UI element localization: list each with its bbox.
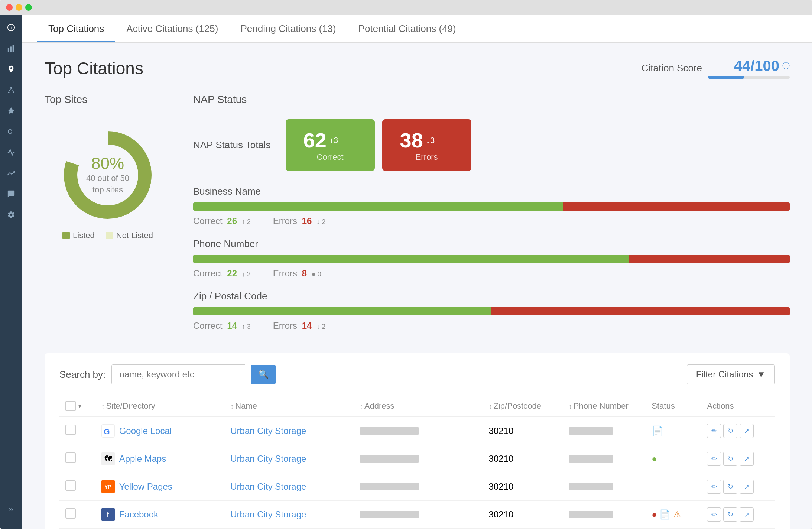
- tab-potential-citations[interactable]: Potential Citations (49): [347, 15, 467, 42]
- address-bar-apple: [360, 455, 419, 463]
- nap-bar-title-business: Business Name: [193, 186, 790, 197]
- row-checkbox-2[interactable]: [65, 452, 76, 463]
- minimize-btn[interactable]: [16, 4, 22, 11]
- action-btns-2: ✏ ↻ ↗: [707, 452, 769, 466]
- donut-chart-container: 80% 40 out of 50 top sites Listed: [45, 119, 171, 248]
- nap-bar-track-phone: [193, 255, 790, 263]
- nap-totals: NAP Status Totals 62 ↓3 Correct 38: [193, 119, 790, 171]
- refresh-btn-2[interactable]: ↻: [723, 452, 737, 466]
- td-actions-4: ✏ ↻ ↗: [701, 501, 775, 529]
- status-icon-google: 📄: [652, 425, 663, 436]
- status-icon-apple: ●: [652, 454, 657, 464]
- filter-dropdown-arrow: ▼: [757, 369, 766, 380]
- edit-btn-2[interactable]: ✏: [707, 452, 721, 466]
- share-btn-2[interactable]: ↗: [740, 452, 754, 466]
- share-btn-4[interactable]: ↗: [740, 507, 754, 522]
- sidebar-item-activity[interactable]: [6, 147, 16, 158]
- donut-center-text: 80% 40 out of 50 top sites: [86, 154, 129, 196]
- svg-rect-3: [10, 46, 12, 52]
- action-btns-4: ✏ ↻ ↗: [707, 507, 769, 522]
- nap-bar-track-business: [193, 202, 790, 211]
- status-red-fb: ●: [652, 509, 657, 519]
- action-btns-1: ✏ ↻ ↗: [707, 424, 769, 438]
- row-checkbox-1[interactable]: [65, 425, 76, 435]
- sidebar-item-trending[interactable]: [6, 168, 16, 178]
- td-zip-3: 30210: [483, 473, 563, 501]
- filter-citations-button[interactable]: Filter Citations ▼: [687, 364, 775, 384]
- th-address: ↕Address: [354, 396, 483, 417]
- sidebar-item-chat[interactable]: [6, 189, 16, 199]
- sidebar-item-network[interactable]: [6, 85, 16, 95]
- nap-stat-correct-phone: Correct 22 ↓ 2: [193, 268, 251, 279]
- listing-name-google[interactable]: Urban City Storage: [230, 426, 306, 436]
- search-left: Search by: 🔍: [59, 364, 276, 384]
- site-name-google[interactable]: Google Local: [119, 426, 172, 436]
- edit-btn-3[interactable]: ✏: [707, 480, 721, 494]
- close-btn[interactable]: [6, 4, 13, 11]
- td-site-4: f Facebook: [95, 501, 225, 529]
- td-actions-2: ✏ ↻ ↗: [701, 445, 775, 473]
- header-checkbox-dropdown[interactable]: ▼: [77, 403, 82, 409]
- refresh-btn-4[interactable]: ↻: [723, 507, 737, 522]
- row-checkbox-3[interactable]: [65, 480, 76, 491]
- apple-maps-icon: 🗺: [101, 452, 115, 465]
- table-row: YP Yellow Pages Urban City Storage 30210: [59, 473, 775, 501]
- td-checkbox-1: [59, 417, 95, 445]
- search-input[interactable]: [111, 364, 245, 384]
- th-actions: Actions: [701, 396, 775, 417]
- share-btn-1[interactable]: ↗: [740, 424, 754, 438]
- td-phone-2: [563, 445, 646, 473]
- nap-bar-title-phone: Phone Number: [193, 238, 790, 250]
- citation-score-info-icon: ⓘ: [782, 61, 790, 71]
- td-phone-4: [563, 501, 646, 529]
- citation-score-label: Citation Score: [642, 62, 702, 74]
- edit-btn-1[interactable]: ✏: [707, 424, 721, 438]
- search-button[interactable]: 🔍: [251, 365, 276, 384]
- td-name-2: Urban City Storage: [224, 445, 354, 473]
- tab-top-citations[interactable]: Top Citations: [37, 15, 115, 42]
- maximize-btn[interactable]: [25, 4, 32, 11]
- nap-bar-phone: Phone Number Correct 22 ↓ 2 Errors 8 ● 0: [193, 238, 790, 279]
- sidebar-collapse-btn[interactable]: [8, 506, 14, 522]
- sidebar-item-location[interactable]: [6, 64, 16, 74]
- tab-pending-citations[interactable]: Pending Citations (13): [229, 15, 347, 42]
- share-btn-3[interactable]: ↗: [740, 480, 754, 494]
- sidebar-item-chart[interactable]: [6, 43, 16, 53]
- tab-active-citations[interactable]: Active Citations (125): [115, 15, 229, 42]
- sidebar-item-settings[interactable]: [6, 210, 16, 220]
- td-actions-3: ✏ ↻ ↗: [701, 473, 775, 501]
- nap-correct-label: Correct: [303, 152, 357, 162]
- header-checkbox-group: ▼: [65, 401, 90, 411]
- svg-text:G: G: [104, 427, 110, 436]
- td-name-4: Urban City Storage: [224, 501, 354, 529]
- td-name-3: Urban City Storage: [224, 473, 354, 501]
- th-zip: ↕Zip/Postcode: [483, 396, 563, 417]
- listing-name-fb[interactable]: Urban City Storage: [230, 509, 306, 519]
- site-name-apple[interactable]: Apple Maps: [119, 454, 166, 464]
- nap-errors-label: Errors: [400, 152, 454, 162]
- address-bar-fb: [360, 511, 419, 518]
- action-btns-3: ✏ ↻ ↗: [707, 480, 769, 494]
- row-checkbox-4[interactable]: [65, 508, 76, 519]
- legend-dot-listed: [62, 232, 70, 239]
- site-name-yp[interactable]: Yellow Pages: [119, 481, 172, 492]
- edit-btn-4[interactable]: ✏: [707, 507, 721, 522]
- listing-name-yp[interactable]: Urban City Storage: [230, 481, 306, 491]
- refresh-btn-3[interactable]: ↻: [723, 480, 737, 494]
- td-status-3: [646, 473, 701, 501]
- svg-rect-4: [13, 45, 14, 52]
- sidebar-item-star[interactable]: [6, 106, 16, 116]
- site-name-fb[interactable]: Facebook: [119, 509, 158, 520]
- nap-bar-green-zip: [193, 307, 491, 315]
- donut-chart: 80% 40 out of 50 top sites: [59, 127, 156, 223]
- sidebar-item-info[interactable]: i: [6, 22, 16, 33]
- td-address-2: [354, 445, 483, 473]
- sidebar-item-google[interactable]: G: [6, 126, 16, 137]
- td-address-1: [354, 417, 483, 445]
- listing-name-apple[interactable]: Urban City Storage: [230, 454, 306, 464]
- table-row: 🗺 Apple Maps Urban City Storage 30210 ●: [59, 445, 775, 473]
- nap-bar-green-phone: [193, 255, 629, 263]
- refresh-btn-1[interactable]: ↻: [723, 424, 737, 438]
- td-site-1: G Google Local: [95, 417, 225, 445]
- header-checkbox-box[interactable]: [65, 401, 76, 411]
